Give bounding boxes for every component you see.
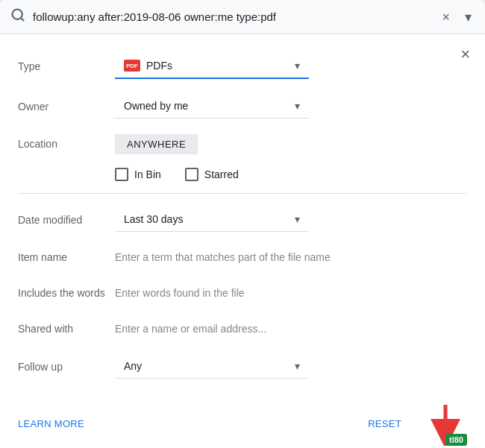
owner-filter-row: Owner Owned by me ▾ — [18, 86, 467, 126]
shared-with-filter-row: Shared with — [18, 311, 467, 347]
follow-up-filter-row: Follow up Any ▾ — [18, 347, 467, 386]
includes-words-filter-row: Includes the words — [18, 275, 467, 311]
item-name-control — [115, 248, 467, 266]
shared-with-control — [115, 320, 467, 338]
location-label: Location — [18, 138, 115, 150]
svg-line-1 — [21, 18, 24, 21]
shared-with-input[interactable] — [115, 320, 467, 338]
search-bar: followup:any after:2019-08-06 owner:me t… — [0, 0, 485, 34]
type-dropdown-arrow-icon: ▾ — [295, 60, 300, 72]
owner-value: Owned by me — [124, 100, 188, 112]
type-control: PDF PDFs ▾ — [115, 54, 467, 79]
date-modified-value: Last 30 days — [124, 213, 183, 225]
owner-label: Owner — [18, 101, 115, 113]
date-modified-label: Date modified — [18, 214, 115, 226]
in-bin-checkbox-item[interactable]: In Bin — [115, 168, 161, 181]
divider-1 — [18, 193, 467, 194]
anywhere-button[interactable]: ANYWHERE — [115, 134, 198, 154]
search-clear-button[interactable]: × — [437, 9, 454, 25]
item-name-input[interactable] — [115, 248, 467, 266]
search-container: followup:any after:2019-08-06 owner:me t… — [0, 0, 485, 448]
item-name-label: Item name — [18, 251, 115, 263]
search-query-text: followup:any after:2019-08-06 owner:me t… — [33, 10, 430, 23]
in-bin-checkbox[interactable] — [115, 168, 128, 181]
tl80-badge: tl80 — [445, 434, 467, 446]
owner-dropdown[interactable]: Owned by me ▾ — [115, 94, 309, 119]
checkbox-row: In Bin Starred — [115, 162, 467, 187]
filter-panel: × Type PDF PDFs ▾ Owner Owned by me ▾ — [0, 34, 485, 386]
type-filter-row: Type PDF PDFs ▾ — [18, 46, 467, 86]
footer: LEARN MORE RESET tl80 — [0, 392, 485, 448]
type-dropdown[interactable]: PDF PDFs ▾ — [115, 54, 309, 79]
footer-right: RESET tl80 — [356, 401, 467, 446]
location-filter-row: Location ANYWHERE — [18, 126, 467, 162]
includes-words-input[interactable] — [115, 284, 467, 302]
follow-up-dropdown[interactable]: Any ▾ — [115, 354, 309, 379]
in-bin-label: In Bin — [134, 168, 161, 180]
includes-words-label: Includes the words — [18, 287, 115, 299]
starred-checkbox[interactable] — [185, 168, 198, 181]
date-modified-filter-row: Date modified Last 30 days ▾ — [18, 200, 467, 239]
location-control: ANYWHERE — [115, 134, 467, 154]
close-button[interactable]: × — [457, 43, 473, 66]
shared-with-label: Shared with — [18, 323, 115, 335]
owner-control: Owned by me ▾ — [115, 94, 467, 119]
follow-up-value: Any — [124, 360, 142, 372]
search-icon — [10, 7, 25, 26]
search-dropdown-button[interactable]: ▾ — [462, 9, 475, 25]
starred-checkbox-item[interactable]: Starred — [185, 168, 239, 181]
type-value: PDFs — [146, 60, 172, 72]
includes-words-control — [115, 284, 467, 302]
item-name-filter-row: Item name — [18, 239, 467, 275]
type-label: Type — [18, 60, 115, 72]
arrow-indicator: tl80 — [419, 401, 467, 446]
follow-up-dropdown-arrow-icon: ▾ — [295, 360, 300, 372]
pdf-icon: PDF — [124, 60, 140, 72]
date-modified-control: Last 30 days ▾ — [115, 207, 467, 232]
learn-more-link[interactable]: LEARN MORE — [18, 418, 84, 429]
owner-dropdown-arrow-icon: ▾ — [295, 100, 300, 112]
date-modified-dropdown[interactable]: Last 30 days ▾ — [115, 207, 309, 232]
reset-button[interactable]: RESET — [356, 412, 413, 435]
starred-label: Starred — [204, 168, 239, 180]
follow-up-control: Any ▾ — [115, 354, 467, 379]
follow-up-label: Follow up — [18, 361, 115, 373]
date-modified-dropdown-arrow-icon: ▾ — [295, 213, 300, 225]
